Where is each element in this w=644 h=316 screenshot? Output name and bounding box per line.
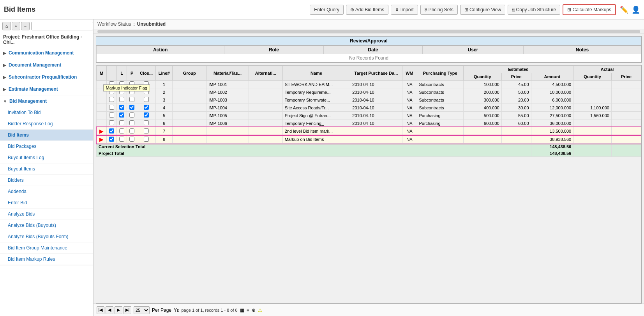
table-row: ▶ 8 Markup on Bid Items NA 3 (97, 135, 641, 144)
enter-query-button[interactable]: Enter Query (310, 5, 344, 15)
sidebar-item-analyze-bids-buyouts-form[interactable]: Analyze Bids (Buyouts Form) (0, 231, 93, 242)
col-check-cell[interactable] (107, 135, 117, 144)
clos-checkbox[interactable] (144, 105, 149, 110)
row-checkbox[interactable] (109, 112, 114, 118)
sidebar-item-analyze-bids[interactable]: Analyze Bids (0, 209, 93, 220)
sidebar-item-bidder-response-log[interactable]: Bidder Response Log (0, 118, 93, 130)
copy-job-structure-button[interactable]: ⎘ Copy Job Structure (508, 5, 560, 15)
nav-group-bid-management-header[interactable]: ▼ Bid Management (0, 95, 93, 107)
col-check-cell[interactable] (107, 96, 117, 104)
nav-group-subcontractor-header[interactable]: ▶ Subcontractor Prequalification (0, 71, 93, 83)
l-checkbox[interactable] (119, 137, 124, 142)
col-check-cell[interactable] (107, 104, 117, 112)
col-check-cell[interactable] (107, 127, 117, 135)
page-prev-button[interactable]: ◀ (106, 306, 113, 314)
col-clos-cell[interactable] (137, 127, 156, 135)
sidebar-btn-3[interactable]: − (21, 22, 30, 30)
col-act-qty-cell (573, 88, 612, 96)
col-l-cell[interactable] (117, 104, 127, 112)
col-tpd-cell: 2010-04-10 (350, 112, 402, 119)
col-p-cell[interactable] (127, 119, 137, 127)
row-checkbox[interactable] (109, 105, 114, 110)
list-icon[interactable]: ≡ (247, 307, 249, 313)
nav-group-estimate-header[interactable]: ▶ Estimate Management (0, 83, 93, 95)
col-check-cell[interactable] (107, 112, 117, 119)
data-table-area[interactable]: M L P Clos... Line# Group Material/Tas..… (96, 65, 642, 304)
col-p-cell[interactable] (127, 127, 137, 135)
col-l-cell[interactable] (117, 112, 127, 119)
sidebar-item-buyout-items-log[interactable]: Buyout Items Log (0, 152, 93, 163)
sidebar-item-bid-packages[interactable]: Bid Packages (0, 141, 93, 152)
calculate-markups-button[interactable]: ⊞ Calculate Markups (563, 4, 616, 15)
import-button[interactable]: ⬇ Import (391, 5, 418, 15)
p-checkbox[interactable] (129, 137, 134, 142)
project-total-value: 148,438.56 (531, 150, 573, 157)
nav-group-document-header[interactable]: ▶ Document Management (0, 59, 93, 71)
col-clos-cell[interactable] (137, 119, 156, 127)
arrow-icon: ▶ (3, 75, 6, 79)
edit-icon[interactable]: ✏️ (620, 5, 628, 14)
p-checkbox[interactable] (129, 112, 134, 118)
col-clos-cell[interactable] (137, 96, 156, 104)
p-checkbox[interactable] (129, 97, 134, 102)
row-checkbox[interactable] (109, 128, 114, 133)
col-l-cell[interactable] (117, 127, 127, 135)
l-checkbox[interactable] (119, 128, 124, 133)
page-first-button[interactable]: |◀ (97, 306, 104, 314)
col-p-cell[interactable] (127, 112, 137, 119)
sidebar-item-enter-bid[interactable]: Enter Bid (0, 197, 93, 209)
sidebar-btn-1[interactable]: ⌂ (2, 22, 11, 30)
p-checkbox[interactable] (129, 120, 134, 125)
col-header-clos: Clos... (137, 66, 156, 81)
col-l-cell[interactable] (117, 135, 127, 144)
sidebar-search-bar: ⌂ + − 🔍 (0, 19, 93, 33)
l-checkbox[interactable] (119, 120, 124, 125)
col-check-cell[interactable] (107, 119, 117, 127)
row-checkbox[interactable] (109, 97, 114, 102)
per-page-select[interactable]: 25 50 100 (134, 306, 150, 314)
l-checkbox[interactable] (119, 105, 124, 110)
sidebar-item-invitation-to-bid[interactable]: Invitation To Bid (0, 107, 93, 118)
clos-checkbox[interactable] (144, 120, 149, 125)
sidebar-item-analyze-bids-buyouts[interactable]: Analyze Bids (Buyouts) (0, 220, 93, 231)
clos-checkbox[interactable] (144, 112, 149, 118)
col-clos-cell[interactable] (137, 112, 156, 119)
grid-icon[interactable]: ▦ (240, 307, 244, 313)
p-checkbox[interactable] (129, 128, 134, 133)
clos-checkbox[interactable] (144, 137, 149, 142)
col-clos-cell[interactable] (137, 104, 156, 112)
sidebar-search-input[interactable] (31, 22, 94, 30)
col-header-estimated: Estimated (463, 66, 573, 73)
sidebar-item-bidders[interactable]: Bidders (0, 175, 93, 186)
add-icon[interactable]: ⊕ (252, 307, 256, 313)
minus-icon[interactable]: ⚠ (258, 307, 262, 313)
col-clos-cell[interactable] (137, 135, 156, 144)
pricing-sets-button[interactable]: $ Pricing Sets (420, 5, 458, 15)
page-next-button[interactable]: ▶ (115, 306, 122, 314)
horizontal-scrollbar-top[interactable] (94, 29, 644, 34)
sidebar-btn-2[interactable]: + (12, 22, 20, 30)
sidebar-item-bid-items[interactable]: Bid Items (0, 130, 93, 141)
row-checkbox[interactable] (109, 137, 114, 142)
sidebar-item-bid-item-markup-rules[interactable]: Bid Item Markup Rules (0, 254, 93, 265)
user-icon[interactable]: 👤 (632, 5, 640, 14)
row-checkbox[interactable] (109, 120, 114, 125)
sidebar-item-addenda[interactable]: Addenda (0, 186, 93, 197)
add-bid-items-button[interactable]: ⊕ Add Bid Items (346, 5, 388, 15)
page-last-button[interactable]: ▶| (124, 306, 131, 314)
col-l-cell[interactable] (117, 96, 127, 104)
col-material-cell: IMP-1006 (206, 119, 249, 127)
p-checkbox[interactable] (129, 105, 134, 110)
clos-checkbox[interactable] (144, 97, 149, 102)
sidebar-item-bid-item-group-maintenance[interactable]: Bid Item Group Maintenance (0, 242, 93, 254)
col-p-cell[interactable] (127, 104, 137, 112)
l-checkbox[interactable] (119, 112, 124, 118)
nav-group-communication-header[interactable]: ▶ Communication Management (0, 47, 93, 59)
clos-checkbox[interactable] (144, 128, 149, 133)
col-p-cell[interactable] (127, 135, 137, 144)
col-l-cell[interactable] (117, 119, 127, 127)
l-checkbox[interactable] (119, 97, 124, 102)
col-p-cell[interactable] (127, 96, 137, 104)
configure-view-button[interactable]: ⊞ Configure View (460, 5, 506, 15)
sidebar-item-buyout-items[interactable]: Buyout Items (0, 163, 93, 175)
